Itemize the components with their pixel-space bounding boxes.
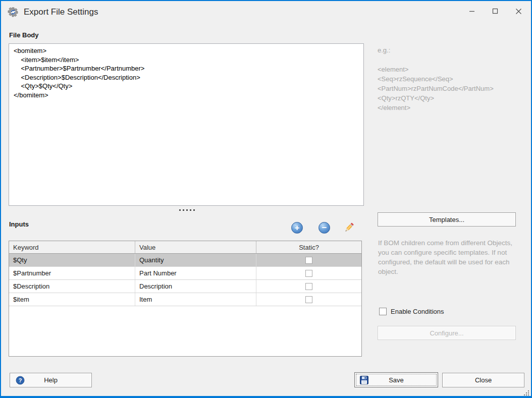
static-checkbox[interactable] xyxy=(305,257,312,264)
remove-row-button[interactable]: − xyxy=(318,222,330,234)
enable-conditions-row: Enable Conditions xyxy=(379,308,444,315)
value-cell[interactable]: Quantity xyxy=(135,254,256,266)
table-row[interactable]: $DescriptionDescription xyxy=(9,280,361,293)
export-file-settings-dialog: Export File Settings File Body <bomitem>… xyxy=(0,0,532,398)
resize-grip-icon[interactable] xyxy=(523,389,529,395)
file-body-label: File Body xyxy=(9,31,39,39)
example-line: <element> xyxy=(378,65,494,74)
templates-button-label: Templates... xyxy=(429,216,464,223)
value-cell[interactable]: Item xyxy=(135,293,256,306)
splitter-handle[interactable] xyxy=(179,209,195,211)
example-line: <Qty>rzQTY</Qty> xyxy=(378,93,494,103)
static-checkbox[interactable] xyxy=(305,270,312,277)
table-row[interactable]: $itemItem xyxy=(9,293,361,306)
templates-button[interactable]: Templates... xyxy=(378,212,516,226)
save-button-label: Save xyxy=(389,376,404,384)
keyword-cell[interactable]: $item xyxy=(9,293,135,306)
value-cell[interactable]: Description xyxy=(135,280,256,293)
inputs-table-header: Keyword Value Static? xyxy=(9,241,361,254)
title-bar: Export File Settings xyxy=(1,1,531,23)
example-heading: e.g.: xyxy=(378,45,494,55)
keyword-cell[interactable]: $Description xyxy=(9,280,135,293)
static-cell xyxy=(256,280,361,293)
example-block: e.g.: <element><Seq>rzSequence</Seq><Par… xyxy=(378,45,494,112)
close-button[interactable] xyxy=(507,1,530,21)
file-body-editor[interactable]: <bomitem> <item>$item</item> <Partnumber… xyxy=(9,43,364,206)
static-cell xyxy=(256,254,361,266)
inputs-label: Inputs xyxy=(9,220,29,228)
keyword-cell[interactable]: $Qty xyxy=(9,254,135,266)
close-button-label: Close xyxy=(475,376,492,384)
enable-conditions-checkbox[interactable] xyxy=(379,308,387,315)
inputs-table-body: $QtyQuantity$PartnumberPart Number$Descr… xyxy=(9,254,361,306)
configure-button[interactable]: Configure... xyxy=(378,326,516,340)
inputs-table: Keyword Value Static? $QtyQuantity$Partn… xyxy=(9,241,362,357)
value-cell[interactable]: Part Number xyxy=(135,267,256,279)
close-dialog-button[interactable]: Close xyxy=(442,373,524,387)
svg-text:?: ? xyxy=(19,377,22,383)
configure-button-label: Configure... xyxy=(430,329,463,337)
column-header-keyword[interactable]: Keyword xyxy=(9,241,135,253)
example-line: <PartNum>rzPartNumCode</PartNum> xyxy=(378,84,494,93)
example-line: </element> xyxy=(378,103,494,112)
save-button[interactable]: Save xyxy=(354,372,438,387)
help-button[interactable]: ? Help xyxy=(10,373,92,387)
help-question-icon: ? xyxy=(16,376,25,386)
settings-gear-icon xyxy=(7,6,19,18)
add-row-button[interactable]: + xyxy=(291,222,303,234)
plus-icon: + xyxy=(295,223,300,232)
column-header-value[interactable]: Value xyxy=(135,241,256,253)
minus-icon: − xyxy=(322,223,327,232)
minimize-button[interactable] xyxy=(460,1,484,21)
window-controls xyxy=(460,1,530,23)
example-line: <Seq>rzSequence</Seq> xyxy=(378,74,494,84)
window-title: Export File Settings xyxy=(24,7,98,17)
static-checkbox[interactable] xyxy=(305,283,312,290)
static-cell xyxy=(256,293,361,306)
example-lines: <element><Seq>rzSequence</Seq><PartNum>r… xyxy=(378,65,494,112)
keyword-cell[interactable]: $Partnumber xyxy=(9,267,135,279)
static-cell xyxy=(256,267,361,279)
column-header-static[interactable]: Static? xyxy=(256,241,361,253)
table-row[interactable]: $QtyQuantity xyxy=(9,254,361,267)
table-row[interactable]: $PartnumberPart Number xyxy=(9,267,361,280)
save-floppy-icon xyxy=(360,376,368,386)
edit-row-button[interactable] xyxy=(343,221,355,234)
maximize-button[interactable] xyxy=(484,1,507,21)
static-checkbox[interactable] xyxy=(305,296,312,303)
pencil-icon xyxy=(343,221,355,234)
help-button-label: Help xyxy=(44,376,58,384)
enable-conditions-label: Enable Conditions xyxy=(391,308,444,315)
templates-note: If BOM children come from different Obje… xyxy=(378,238,518,276)
